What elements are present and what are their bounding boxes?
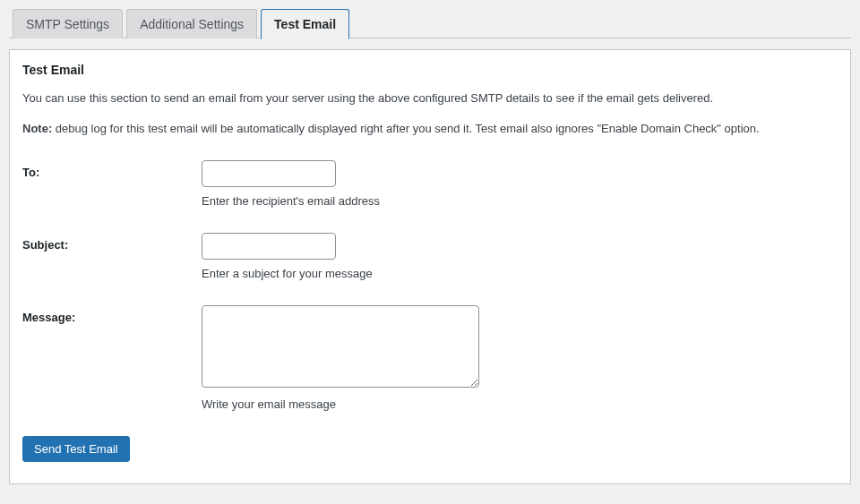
note-text: debug log for this test email will be au… bbox=[52, 122, 759, 135]
to-field-wrap: Enter the recipient's email address bbox=[202, 160, 838, 208]
tab-test-email[interactable]: Test Email bbox=[261, 9, 349, 39]
subject-label: Subject: bbox=[22, 233, 202, 252]
to-label: To: bbox=[22, 160, 202, 179]
submit-row: Send Test Email bbox=[22, 436, 838, 462]
to-helper: Enter the recipient's email address bbox=[202, 194, 838, 208]
to-input[interactable] bbox=[202, 160, 336, 187]
form-row-to: To: Enter the recipient's email address bbox=[22, 160, 838, 208]
send-test-email-button[interactable]: Send Test Email bbox=[22, 436, 130, 462]
panel-title: Test Email bbox=[22, 63, 838, 77]
subject-helper: Enter a subject for your message bbox=[202, 267, 838, 280]
panel-intro: You can use this section to send an emai… bbox=[22, 90, 838, 107]
tab-smtp-settings[interactable]: SMTP Settings bbox=[13, 9, 123, 38]
subject-input[interactable] bbox=[202, 233, 336, 260]
test-email-panel: Test Email You can use this section to s… bbox=[9, 49, 851, 484]
subject-field-wrap: Enter a subject for your message bbox=[202, 233, 838, 280]
message-textarea[interactable] bbox=[202, 305, 479, 388]
note-label: Note: bbox=[22, 122, 52, 135]
message-helper: Write your email message bbox=[202, 397, 838, 411]
form-row-message: Message: Write your email message bbox=[22, 305, 838, 411]
tab-row: SMTP Settings Additional Settings Test E… bbox=[9, 9, 851, 38]
tab-additional-settings[interactable]: Additional Settings bbox=[126, 9, 257, 38]
form-row-subject: Subject: Enter a subject for your messag… bbox=[22, 233, 838, 280]
panel-note: Note: debug log for this test email will… bbox=[22, 120, 838, 138]
message-field-wrap: Write your email message bbox=[202, 305, 838, 411]
message-label: Message: bbox=[22, 305, 202, 324]
